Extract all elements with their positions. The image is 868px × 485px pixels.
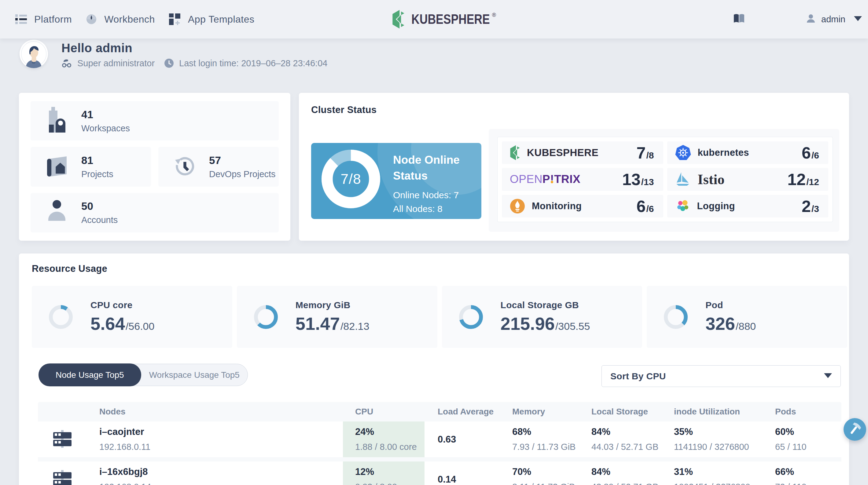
nav-right: admin (733, 0, 862, 38)
node-name[interactable]: i–caojnter (99, 426, 150, 438)
pods-detail: 72 / 110 (775, 482, 807, 485)
stat-workspaces[interactable]: 41 Workspaces (31, 101, 279, 140)
stat-projects[interactable]: 81 Projects (31, 147, 151, 186)
gauge-total: /56.00 (126, 320, 155, 332)
app-templates-icon (169, 13, 181, 25)
sort-by-dropdown[interactable]: Sort By CPU (601, 365, 841, 387)
last-login: Last login time: 2019–06–28 23:46:04 (164, 58, 327, 68)
component-logging[interactable]: Logging 2 /3 (667, 195, 829, 218)
column-header-load-average: Load Average (438, 407, 494, 417)
memory-percent: 68% (512, 426, 576, 438)
component-name: Logging (697, 201, 735, 212)
devops-projects-icon (175, 154, 194, 180)
component-total: /6 (646, 204, 654, 214)
column-header-inode-utilization: inode Utilization (674, 407, 740, 417)
component-total: /8 (646, 150, 654, 161)
tab-workspace-usage-top5[interactable]: Workspace Usage Top5 (141, 364, 248, 386)
column-header-pods: Pods (775, 407, 796, 417)
greeting-header: Hello admin Super administrator Last log… (20, 40, 327, 68)
stats-card: 41 Workspaces 81 Projects (19, 93, 290, 241)
stat-devops-projects[interactable]: 57 DevOps Projects (158, 147, 279, 186)
inode-percent: 31% (674, 466, 750, 477)
registered-mark: ® (492, 12, 496, 18)
nav-menu: Platform Workbench App Templates (15, 0, 269, 38)
memory-detail: 8.11 / 11.73 GiB (512, 482, 575, 485)
node-usage-table: Nodes CPU Load Average Memory Local Stor… (38, 402, 841, 485)
istio-icon (675, 172, 690, 187)
column-header-cpu: CPU (355, 407, 373, 417)
component-istio[interactable]: Istio 12 /12 (667, 168, 829, 191)
table-row[interactable]: i–16x6bgj8 192.168.0.14 12% 0.93 / 8.00 … (38, 461, 841, 485)
cpu-detail: 0.93 / 8.00 core (355, 482, 417, 485)
local-storage-detail: 43.89 / 52.71 GB (591, 482, 658, 485)
component-value: 7 (636, 143, 646, 162)
kubesphere-logo[interactable]: KUBESPHERE ® (391, 0, 496, 38)
gauge-used: 5.64 (90, 313, 125, 334)
resource-usage-title: Resource Usage (32, 263, 107, 274)
nav-item-app-templates[interactable]: App Templates (169, 13, 255, 25)
component-value: 6 (802, 143, 811, 162)
hammer-icon (847, 421, 862, 438)
nav-item-label: Workbench (104, 14, 155, 25)
memory-percent: 70% (512, 466, 575, 477)
node-name[interactable]: i–16x6bgj8 (99, 466, 151, 477)
inode-percent: 35% (674, 426, 749, 438)
component-kubesphere[interactable]: KUBESPHERE 7 /8 (502, 141, 663, 164)
gauge-total: /880 (736, 320, 756, 332)
toolbox-button[interactable] (843, 418, 866, 441)
stat-value: 50 (81, 200, 118, 212)
all-nodes: All Nodes: 8 (393, 202, 482, 216)
gauge-local-storage: Local Storage GB 215.96 /305.55 (442, 286, 643, 348)
component-openpitrix[interactable]: OPENP!TRIX 13 /13 (502, 168, 663, 191)
component-kubernetes[interactable]: kubernetes 6 /6 (667, 141, 829, 164)
nav-item-workbench[interactable]: Workbench (86, 14, 155, 25)
pod-donut (664, 305, 688, 329)
user-icon (806, 14, 816, 25)
username: admin (821, 14, 845, 25)
prometheus-icon (510, 198, 525, 214)
component-total: /12 (806, 177, 819, 187)
cluster-status-title: Cluster Status (311, 104, 376, 116)
workspaces-icon (47, 108, 67, 134)
load-average: 0.14 (438, 474, 456, 485)
top-navbar: Platform Workbench App Templates KUBESPH… (0, 0, 868, 38)
table-row[interactable]: i–caojnter 192.168.0.11 24% 1.88 / 8.00 … (38, 421, 841, 457)
local-storage-donut (459, 305, 483, 329)
node-online-status-panel: 7/8 Node Online Status Online Nodes: 7 A… (311, 143, 482, 219)
nav-item-platform[interactable]: Platform (15, 14, 72, 25)
openpitrix-logo-part: TRIX (554, 173, 580, 185)
node-online-donut: 7/8 (321, 150, 380, 208)
projects-icon (47, 154, 67, 180)
node-ip: 192.168.0.11 (99, 442, 150, 452)
gauge-label: Local Storage GB (501, 300, 590, 310)
kubernetes-icon (675, 145, 691, 161)
component-name: kubernetes (698, 147, 749, 158)
component-value: 2 (802, 197, 811, 216)
component-name: Istio (698, 171, 725, 188)
gauge-pod: Pod 326 /880 (647, 286, 847, 348)
role-icon (61, 59, 72, 68)
stat-accounts[interactable]: 50 Accounts (31, 193, 279, 232)
online-nodes: Online Nodes: 7 (393, 188, 482, 202)
last-login-label: Last login time: 2019–06–28 23:46:04 (179, 58, 327, 68)
cpu-percent: 24% (355, 426, 417, 438)
documentation-button[interactable] (733, 14, 745, 25)
book-icon (733, 14, 745, 25)
component-total: /6 (811, 150, 819, 161)
pods-percent: 66% (775, 466, 807, 477)
gauge-cpu: CPU core 5.64 /56.00 (32, 286, 232, 348)
tab-node-usage-top5[interactable]: Node Usage Top5 (38, 363, 141, 386)
memory-detail: 7.93 / 11.73 GiB (512, 442, 576, 452)
component-name: Monitoring (532, 201, 582, 212)
cpu-percent: 12% (355, 466, 417, 477)
kubesphere-logo-icon (391, 10, 407, 29)
local-storage-percent: 84% (591, 426, 658, 438)
user-menu[interactable]: admin (806, 14, 862, 25)
component-value: 12 (787, 170, 806, 189)
nav-item-label: App Templates (188, 14, 255, 25)
column-header-nodes: Nodes (99, 407, 126, 417)
component-monitoring[interactable]: Monitoring 6 /6 (502, 195, 663, 218)
stat-value: 81 (81, 154, 114, 166)
clock-icon (164, 58, 174, 68)
gauge-used: 51.47 (296, 313, 340, 334)
